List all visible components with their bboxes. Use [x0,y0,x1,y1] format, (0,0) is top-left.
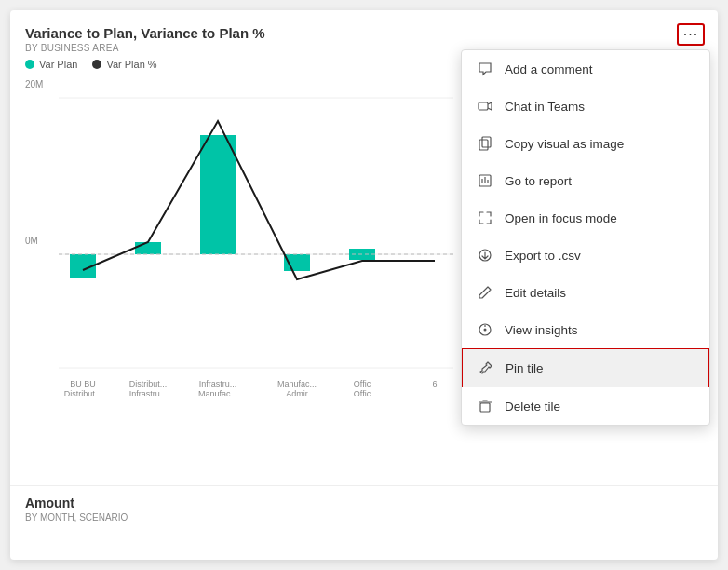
bottom-subtitle: BY MONTH, SCENARIO [25,512,703,522]
menu-label-focus-mode: Open in focus mode [505,211,694,225]
menu-label-copy-visual: Copy visual as image [505,137,694,151]
more-dots-icon: ··· [683,27,698,42]
focus-icon [477,210,493,226]
more-button[interactable]: ··· [677,23,705,46]
svg-rect-5 [200,135,236,254]
context-menu: Add a comment Chat in Teams Copy visual … [461,49,710,426]
svg-text:Manufac...: Manufac... [198,389,237,396]
svg-text:BU BU: BU BU [70,379,96,388]
comment-icon [477,61,493,77]
menu-item-go-report[interactable]: Go to report [462,162,709,199]
menu-label-export-csv: Export to .csv [505,249,694,263]
svg-point-30 [484,329,487,332]
legend-dot-var-plan-pct [92,60,101,69]
menu-item-copy-visual[interactable]: Copy visual as image [462,125,709,162]
menu-label-chat-teams: Chat in Teams [505,100,694,114]
pin-icon [478,360,494,376]
menu-item-chat-teams[interactable]: Chat in Teams [462,88,709,125]
svg-text:Offic: Offic [354,389,371,396]
svg-text:Admir: Admir [286,389,308,396]
menu-label-delete-tile: Delete tile [505,400,694,414]
svg-rect-4 [135,242,161,254]
menu-label-edit-details: Edit details [505,286,694,300]
svg-text:Distribut...: Distribut... [64,389,102,396]
y-label-0m: 0M [25,236,38,246]
menu-item-export-csv[interactable]: Export to .csv [462,237,709,274]
menu-label-add-comment: Add a comment [505,62,694,76]
chart-svg: 20M 0M [25,79,453,414]
chart-svg-element: BU BU Distribut... Infrastru... Manufac.… [25,79,453,396]
svg-rect-21 [479,102,488,110]
insights-icon [477,321,493,338]
menu-label-view-insights: View insights [505,323,694,337]
svg-rect-23 [479,140,488,150]
svg-text:Manufac...: Manufac... [277,379,317,388]
svg-rect-22 [482,137,491,147]
legend-item-var-plan: Var Plan [25,59,77,70]
bottom-title: Amount [25,495,703,510]
delete-icon [477,398,493,414]
teams-icon [477,98,493,115]
svg-text:Distribut...: Distribut... [129,379,168,388]
legend-item-var-plan-pct: Var Plan % [92,59,156,70]
menu-item-delete-tile[interactable]: Delete tile [462,387,709,425]
legend-label-var-plan: Var Plan [39,59,77,70]
edit-icon [477,284,493,301]
menu-item-add-comment[interactable]: Add a comment [462,50,709,88]
menu-label-pin-tile: Pin tile [506,361,694,375]
svg-text:Infrastru...: Infrastru... [199,379,237,388]
svg-text:Infrastru...: Infrastru... [129,389,168,396]
svg-text:Offic: Offic [354,379,371,388]
menu-item-focus-mode[interactable]: Open in focus mode [462,199,709,237]
legend-dot-var-plan [25,60,34,69]
svg-rect-32 [480,403,490,412]
copy-icon [477,135,493,152]
legend-label-var-plan-pct: Var Plan % [106,59,156,70]
y-label-20m: 20M [25,79,43,89]
menu-label-go-report: Go to report [505,174,694,188]
card-container: Variance to Plan, Variance to Plan % BY … [10,10,718,560]
chart-title: Variance to Plan, Variance to Plan % [25,25,703,41]
menu-item-view-insights[interactable]: View insights [462,311,709,348]
menu-item-pin-tile[interactable]: Pin tile [462,348,709,387]
report-icon [477,172,493,189]
svg-text:6: 6 [432,379,437,388]
menu-item-edit-details[interactable]: Edit details [462,274,709,311]
bottom-card: Amount BY MONTH, SCENARIO [10,485,718,560]
export-icon [477,247,493,264]
